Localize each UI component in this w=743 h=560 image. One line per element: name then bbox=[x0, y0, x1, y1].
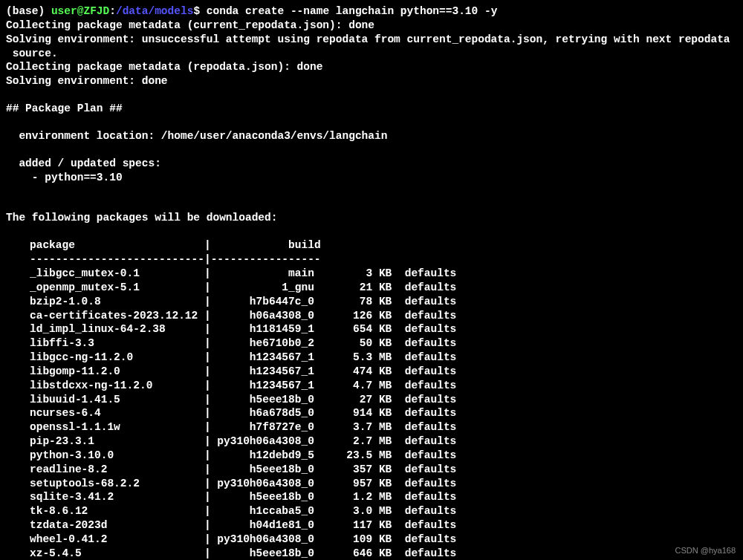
table-row: _openmp_mutex-5.1 | 1_gnu 21 KB defaults bbox=[6, 281, 737, 295]
added-spec: - python==3.10 bbox=[6, 171, 737, 185]
cwd-path: /data/models bbox=[116, 5, 193, 17]
output-line: Collecting package metadata (repodata.js… bbox=[6, 60, 737, 74]
header-package: package bbox=[30, 239, 75, 251]
table-row: sqlite-3.41.2 | h5eee18b_0 1.2 MB defaul… bbox=[6, 490, 737, 504]
table-row: pip-23.3.1 | py310h06a4308_0 2.7 MB defa… bbox=[6, 434, 737, 449]
command-input[interactable]: conda create --name langchain python==3.… bbox=[207, 5, 498, 17]
table-row: bzip2-1.0.8 | h7b6447c_0 78 KB defaults bbox=[6, 295, 737, 309]
table-row: ca-certificates-2023.12.12 | h06a4308_0 … bbox=[6, 309, 737, 323]
output-line: Solving environment: unsuccessful attemp… bbox=[6, 33, 737, 47]
table-row: libgomp-11.2.0 | h1234567_1 474 KB defau… bbox=[6, 365, 737, 379]
table-row: wheel-0.41.2 | py310h06a4308_0 109 KB de… bbox=[6, 533, 737, 547]
table-row: tk-8.6.12 | h1ccaba5_0 3.0 MB defaults bbox=[6, 504, 737, 518]
output-line: source. bbox=[6, 47, 737, 61]
table-row: setuptools-68.2.2 | py310h06a4308_0 957 … bbox=[6, 477, 737, 491]
header-build: build bbox=[288, 239, 321, 251]
table-row: python-3.10.0 | h12debd9_5 23.5 MB defau… bbox=[6, 449, 737, 463]
watermark: CSDN @hya168 bbox=[675, 545, 736, 556]
output-line: Solving environment: done bbox=[6, 74, 737, 88]
table-header: package | build bbox=[6, 238, 737, 253]
table-row: libgcc-ng-11.2.0 | h1234567_1 5.3 MB def… bbox=[6, 351, 737, 365]
prompt-prefix: (base) bbox=[6, 5, 51, 17]
table-row: xz-5.4.5 | h5eee18b_0 646 KB defaults bbox=[6, 547, 737, 560]
added-specs-header: added / updated specs: bbox=[6, 157, 737, 171]
table-row: ld_impl_linux-64-2.38 | h1181459_1 654 K… bbox=[6, 322, 737, 336]
dollar: $ bbox=[193, 5, 206, 17]
env-location: environment location: /home/user/anacond… bbox=[6, 129, 737, 143]
table-row: tzdata-2023d | h04d1e81_0 117 KB default… bbox=[6, 518, 737, 533]
package-plan-header: ## Package Plan ## bbox=[6, 102, 737, 116]
output-line: Collecting package metadata (current_rep… bbox=[6, 19, 737, 33]
table-row: _libgcc_mutex-0.1 | main 3 KB defaults bbox=[6, 267, 737, 281]
download-header: The following packages will be downloade… bbox=[6, 211, 737, 225]
table-row: libffi-3.3 | he6710b0_2 50 KB defaults bbox=[6, 336, 737, 351]
table-row: ncurses-6.4 | h6a678d5_0 914 KB defaults bbox=[6, 406, 737, 420]
table-separator: ---------------------------|------------… bbox=[6, 253, 737, 267]
table-row: openssl-1.1.1w | h7f8727e_0 3.7 MB defau… bbox=[6, 420, 737, 434]
table-row: readline-8.2 | h5eee18b_0 357 KB default… bbox=[6, 463, 737, 477]
table-row: libstdcxx-ng-11.2.0 | h1234567_1 4.7 MB … bbox=[6, 379, 737, 393]
colon: : bbox=[109, 5, 116, 17]
user-host: user@ZFJD bbox=[51, 5, 109, 17]
table-row: libuuid-1.41.5 | h5eee18b_0 27 KB defaul… bbox=[6, 393, 737, 407]
prompt-line: (base) user@ZFJD:/data/models$ conda cre… bbox=[6, 4, 737, 19]
